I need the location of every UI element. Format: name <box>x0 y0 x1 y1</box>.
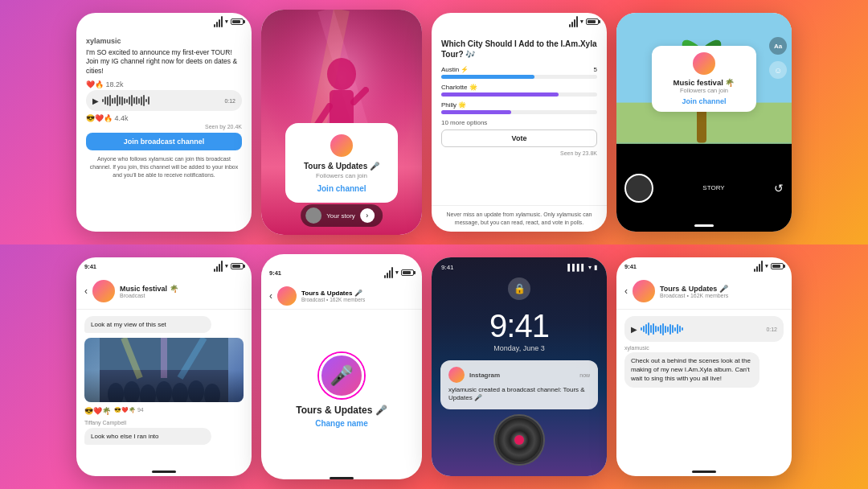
festival-channel-name: Music festival 🌴 <box>663 78 745 87</box>
reaction-count-5: 😎❤️🌴 94 <box>114 407 144 415</box>
vinyl-record <box>495 416 543 464</box>
story-action-bar: STORY ↺ <box>616 144 792 232</box>
notif-header: Instagram now <box>448 367 590 383</box>
phone-channel-profile: 9:41 ▾ ‹ Tours & Updates 🎤 Broadcast • 1… <box>261 254 422 479</box>
chat-header-8: ‹ Tours & Updates 🎤 Broadcast • 162K mem… <box>616 273 792 310</box>
poll-option-austin: Austin ⚡ 5 <box>441 66 597 79</box>
audio-play-8[interactable]: ▶ <box>631 325 637 334</box>
channel-name-1: xylamusic <box>86 37 242 45</box>
vinyl-center <box>514 435 524 445</box>
channel-header-meta-6: Tours & Updates 🎤 Broadcast • 162K membe… <box>301 290 365 302</box>
broadcast-msg: I'm SO excited to announce my first-ever… <box>86 48 242 76</box>
svg-point-3 <box>327 58 356 90</box>
join-broadcast-button[interactable]: Join broadcast channel <box>86 133 242 150</box>
festival-channel-card: Music festival 🌴 Followers can join Join… <box>652 46 756 112</box>
lock-status-bar: 9:41 ▌▌▌▌ ▾ ▮ <box>432 257 607 273</box>
poll-option-philly: Philly 🌟 <box>441 101 597 114</box>
signal-icon-6 <box>384 267 393 278</box>
concert-image <box>84 338 244 402</box>
wifi-6: ▾ <box>395 269 399 276</box>
notch-6 <box>317 254 366 264</box>
story-bar: Your story › <box>301 204 383 227</box>
phone-broadcast-join: ▾ xylamusic I'm SO excited to announce m… <box>76 13 252 232</box>
back-button-6[interactable]: ‹ <box>269 290 272 302</box>
lock-time-big: 9:41 <box>489 308 549 344</box>
audio-bar: ▶ 0:12 <box>86 90 242 111</box>
status-bar-8: 9:41 ▾ <box>616 257 792 273</box>
status-icons-8: ▾ <box>754 261 784 272</box>
lock-status-icons: ▌▌▌▌ ▾ ▮ <box>567 264 597 271</box>
chat-meta-8: Tours & Updates 🎤 Broadcast • 162K membe… <box>660 285 728 298</box>
home-indicator-4 <box>694 224 714 227</box>
battery-icon-1 <box>231 18 244 25</box>
chat-title-5: Music festival 🌴 <box>120 285 178 293</box>
sticker-icon[interactable]: ☺ <box>769 61 787 79</box>
battery-icon-3 <box>586 18 599 25</box>
status-icons-1: ▾ <box>214 16 244 27</box>
chat-msg-2: Look who else I ran into <box>84 428 211 445</box>
phone-lockscreen: 9:41 ▌▌▌▌ ▾ ▮ 🔒 9:41 Monday, June 3 Inst… <box>432 257 607 476</box>
signal-icon-1 <box>214 16 223 27</box>
change-name-button[interactable]: Change name <box>315 419 368 428</box>
poll-city-austin: Austin ⚡ <box>441 66 469 73</box>
phone-festival-chat: 9:41 ▾ ‹ Music festival 🌴 Broadcast <box>76 257 252 476</box>
poll-title: Which City Should I Add to the I.Am.Xyla… <box>441 39 597 60</box>
festival-photo-area: Aa ☺ Music festival 🌴 Followers can join… <box>616 13 792 144</box>
lock-battery: ▮ <box>594 264 597 271</box>
waveform <box>102 94 221 107</box>
notification-card: Instagram now xylamusic created a broadc… <box>440 360 598 409</box>
channel-big-avatar: 🎤 <box>319 353 364 398</box>
story-next-arrow[interactable]: › <box>360 208 375 223</box>
poll-votes-austin: 5 <box>594 66 597 73</box>
poll-city-charlotte: Charlotte 🌟 <box>441 84 477 91</box>
wifi-icon-1: ▾ <box>225 18 228 25</box>
notif-time: now <box>579 372 590 378</box>
reaction-row-5: 😎❤️🌴 😎❤️🌴 94 <box>84 407 244 415</box>
channel-avatar-header-6 <box>277 286 297 306</box>
story-icons: Aa ☺ <box>769 37 787 79</box>
lock-wifi: ▾ <box>588 264 592 271</box>
battery-8 <box>771 263 784 269</box>
wifi-8: ▾ <box>765 263 768 269</box>
festival-join-btn[interactable]: Join channel <box>663 97 745 105</box>
chat-msg-1: Look at my view of this set <box>84 316 211 333</box>
lock-time-small: 9:41 <box>441 264 454 271</box>
chat-title-8: Tours & Updates 🎤 <box>660 285 728 293</box>
lock-date: Monday, June 3 <box>493 344 544 352</box>
lock-icon: 🔒 <box>508 277 530 300</box>
poll-city-philly: Philly 🌟 <box>441 101 466 109</box>
aa-text-icon[interactable]: Aa <box>769 37 787 55</box>
channel-profile-header: ‹ Tours & Updates 🎤 Broadcast • 162K mem… <box>261 280 422 310</box>
story-text: Your story <box>326 212 355 220</box>
battery-6 <box>401 269 414 276</box>
chat-avatar-5 <box>92 280 115 302</box>
festival-avatar <box>693 52 715 75</box>
signal-icon-3 <box>569 16 578 27</box>
story-refresh-icon[interactable]: ↺ <box>774 182 784 195</box>
chat-meta-5: Music festival 🌴 Broadcast <box>120 285 178 298</box>
home-indicator-6 <box>330 477 354 479</box>
vote-button[interactable]: Vote <box>441 129 597 147</box>
status-bar-1: ▾ <box>76 13 252 29</box>
time-6: 9:41 <box>269 269 281 277</box>
back-button-5[interactable]: ‹ <box>84 286 88 297</box>
notif-body: xylamusic created a broadcast channel: T… <box>448 386 590 403</box>
time-8: 9:41 <box>624 263 637 270</box>
time-5: 9:41 <box>84 263 96 270</box>
story-camera-btn[interactable] <box>624 174 653 203</box>
back-button-8[interactable]: ‹ <box>624 286 628 297</box>
seen-text-3: Seen by 23.8K <box>441 150 597 156</box>
phone-poll: ▾ Which City Should I Add to the I.Am.Xy… <box>432 13 607 232</box>
status-icons-5: ▾ <box>214 261 244 272</box>
concert-background: Tours & Updates 🎤 Followers can join Joi… <box>261 10 422 235</box>
wifi-icon-3: ▾ <box>580 18 583 25</box>
join-description: Anyone who follows xylamusic can join th… <box>86 155 242 179</box>
play-icon[interactable]: ▶ <box>92 97 99 105</box>
status-bar-5: 9:41 ▾ <box>76 257 252 273</box>
audio-message: ▶ <box>624 316 784 342</box>
lockscreen-background: 9:41 ▌▌▌▌ ▾ ▮ 🔒 9:41 Monday, June 3 Inst… <box>432 257 607 476</box>
status-icons-3: ▾ <box>569 16 599 27</box>
sender-label-8: xylamusic <box>624 345 784 351</box>
story-label: STORY <box>661 184 766 191</box>
join-channel-button-2[interactable]: Join channel <box>301 184 382 193</box>
